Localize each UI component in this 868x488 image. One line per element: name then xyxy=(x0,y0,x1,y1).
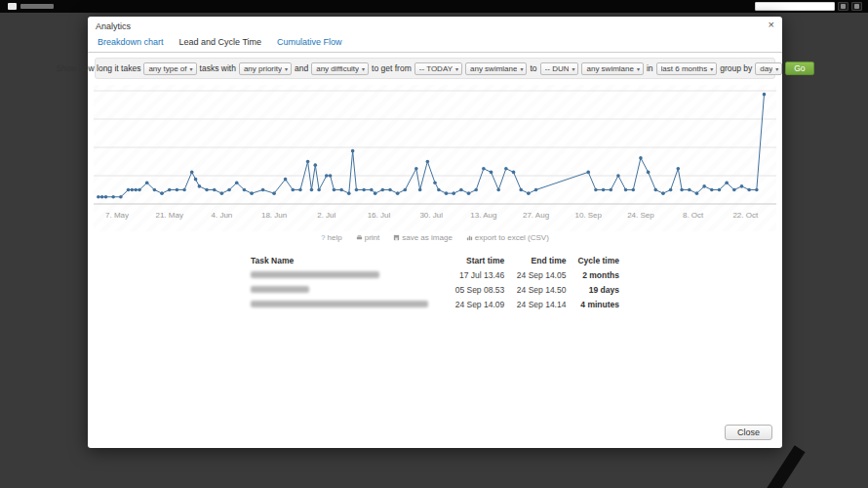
cycle-time-table: Task Name Start time End time Cycle time… xyxy=(247,254,623,311)
topbar-menu-button[interactable] xyxy=(851,2,862,11)
filter-text-to-get-from: to get from xyxy=(372,63,412,73)
close-icon[interactable]: × xyxy=(769,20,774,30)
task-name-redacted xyxy=(251,301,428,307)
svg-text:10. Sep: 10. Sep xyxy=(574,211,602,220)
save-as-image-link[interactable]: save as image xyxy=(393,233,453,242)
export-chart-icon xyxy=(466,234,473,241)
start-time-value: 24 Sep 14.09 xyxy=(447,297,508,311)
search-icon xyxy=(841,4,846,9)
cycle-time-line-chart: 7. May21. May4. Jun18. Jun2. Jul16. Jul3… xyxy=(94,85,776,231)
cycle-time-value: 4 minutes xyxy=(570,297,623,311)
chevron-down-icon: ▾ xyxy=(190,65,193,72)
chevron-down-icon: ▾ xyxy=(572,65,574,72)
filter-text-to: to xyxy=(530,63,536,73)
chevron-down-icon: ▾ xyxy=(362,65,365,72)
analytics-tabs: Breakdown chart Lead and Cycle Time Cumu… xyxy=(88,34,782,53)
col-start-time: Start time xyxy=(447,254,508,267)
filter-text-tasks-with: tasks with xyxy=(200,63,236,73)
cycle-time-value: 2 months xyxy=(570,267,623,282)
print-link[interactable]: print xyxy=(356,233,380,242)
svg-text:7. May: 7. May xyxy=(105,211,129,220)
to-swimlane-select[interactable]: any swimlane▾ xyxy=(581,62,643,75)
task-name-redacted xyxy=(251,271,379,278)
from-column-select[interactable]: -- TODAY▾ xyxy=(414,62,462,75)
table-row: 17 Jul 13.46 24 Sep 14.05 2 months xyxy=(247,267,623,282)
print-icon xyxy=(356,234,363,241)
background-shape xyxy=(764,445,805,488)
col-task-name: Task Name xyxy=(247,254,447,267)
menu-icon xyxy=(854,4,859,9)
filter-bar: Show how long it takes any type of▾ task… xyxy=(95,58,775,79)
table-row: 05 Sep 08.53 24 Sep 14.50 19 days xyxy=(247,282,623,297)
task-name-redacted xyxy=(251,286,309,293)
app-logo-icon xyxy=(8,3,17,10)
help-link[interactable]: ?help xyxy=(321,233,342,242)
svg-text:13. Aug: 13. Aug xyxy=(470,211,496,220)
end-time-value: 24 Sep 14.05 xyxy=(508,267,570,282)
from-swimlane-select[interactable]: any swimlane▾ xyxy=(465,62,527,75)
svg-text:22. Oct: 22. Oct xyxy=(732,211,759,220)
chart-action-links: ?help print save as image export to exce… xyxy=(88,233,782,242)
export-csv-link[interactable]: export to excel (CSV) xyxy=(466,233,549,242)
svg-text:4. Jun: 4. Jun xyxy=(211,211,232,220)
task-type-select[interactable]: any type of▾ xyxy=(143,62,196,75)
filter-lead-text: Show how long it takes xyxy=(56,63,140,73)
svg-text:30. Jul: 30. Jul xyxy=(419,211,443,220)
chevron-down-icon: ▾ xyxy=(710,65,713,72)
filter-text-and: and xyxy=(295,63,308,73)
app-logo-text xyxy=(20,4,54,9)
cycle-time-value: 19 days xyxy=(570,282,623,297)
table-row: 24 Sep 14.09 24 Sep 14.14 4 minutes xyxy=(247,297,623,311)
save-icon xyxy=(393,234,400,241)
svg-text:24. Sep: 24. Sep xyxy=(627,211,654,220)
filter-text-group-by: group by xyxy=(720,63,752,73)
col-cycle-time: Cycle time xyxy=(570,254,623,267)
end-time-value: 24 Sep 14.50 xyxy=(508,282,570,297)
svg-text:8. Oct: 8. Oct xyxy=(683,211,704,220)
chevron-down-icon: ▾ xyxy=(637,65,640,72)
time-range-select[interactable]: last 6 months▾ xyxy=(656,62,718,75)
go-button[interactable]: Go xyxy=(785,61,813,75)
group-by-select[interactable]: day▾ xyxy=(755,62,782,75)
tab-breakdown-chart[interactable]: Breakdown chart xyxy=(98,37,164,47)
svg-text:18. Jun: 18. Jun xyxy=(261,211,287,220)
difficulty-select[interactable]: any difficulty▾ xyxy=(311,62,369,75)
priority-select[interactable]: any priority▾ xyxy=(239,62,292,75)
start-time-value: 05 Sep 08.53 xyxy=(447,282,508,297)
svg-text:21. May: 21. May xyxy=(155,211,182,220)
svg-text:27. Aug: 27. Aug xyxy=(523,211,549,220)
end-time-value: 24 Sep 14.14 xyxy=(508,297,570,311)
start-time-value: 17 Jul 13.46 xyxy=(447,267,508,282)
chevron-down-icon: ▾ xyxy=(455,65,458,72)
chevron-down-icon: ▾ xyxy=(520,65,523,72)
filter-text-in: in xyxy=(647,63,653,73)
to-column-select[interactable]: -- DUN▾ xyxy=(540,62,579,75)
col-end-time: End time xyxy=(508,254,570,267)
search-input[interactable] xyxy=(755,2,835,11)
tab-cumulative-flow[interactable]: Cumulative Flow xyxy=(277,37,342,47)
modal-title: Analytics xyxy=(88,17,782,34)
analytics-modal: Analytics × Breakdown chart Lead and Cyc… xyxy=(88,17,782,448)
topbar-search-button[interactable] xyxy=(838,2,848,11)
chevron-down-icon: ▾ xyxy=(775,65,778,72)
browser-topbar xyxy=(0,0,868,13)
chevron-down-icon: ▾ xyxy=(285,65,288,72)
close-button[interactable]: Close xyxy=(725,425,772,440)
svg-text:2. Jul: 2. Jul xyxy=(317,211,335,220)
svg-text:16. Jul: 16. Jul xyxy=(368,211,391,220)
help-icon: ? xyxy=(321,233,325,242)
tab-lead-and-cycle-time[interactable]: Lead and Cycle Time xyxy=(179,37,262,47)
